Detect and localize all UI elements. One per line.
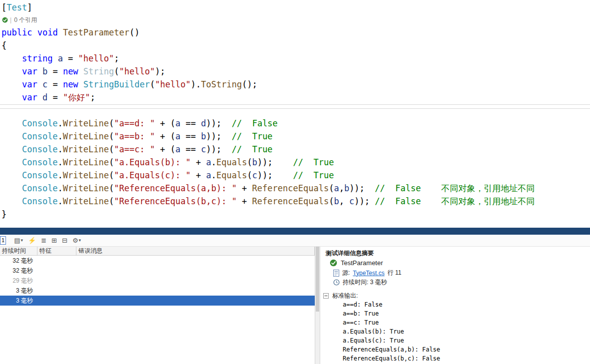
code-line[interactable]: Console.WriteLine("a.Equals(c): " + a.Eq… (0, 169, 590, 182)
column-header-error[interactable]: 错误消息 (76, 247, 315, 255)
code-line[interactable]: Console.WriteLine("a==c: " + (a == c)); … (0, 143, 590, 156)
code-line[interactable]: [Test] (0, 1, 590, 14)
code-token: string (22, 53, 52, 63)
code-token: } (1, 209, 6, 219)
code-editor[interactable]: [Test]|0 个引用public void TestParameter(){… (0, 0, 590, 228)
code-token: ( (109, 131, 114, 141)
code-token: + (191, 157, 206, 167)
source-row: 源: TypeTest.cs 行 11 (321, 268, 590, 278)
code-token: = (47, 92, 63, 102)
code-line[interactable]: string a = "hello"; (0, 52, 590, 65)
source-line: 行 11 (388, 269, 402, 277)
code-line[interactable]: Console.WriteLine("ReferenceEquals(b,c):… (0, 195, 590, 208)
cell-error (76, 276, 315, 286)
code-line[interactable]: { (0, 39, 590, 52)
code-line[interactable]: public void TestParameter() (0, 26, 590, 39)
test-name: TestParameter (341, 259, 383, 267)
code-token: ] (27, 2, 32, 12)
test-result-row[interactable]: 29 毫秒 (0, 276, 315, 286)
code-token: "a==d: " (114, 118, 155, 128)
code-token: = (47, 66, 63, 76)
pane-scrollbar[interactable] (315, 247, 320, 364)
code-line[interactable]: Console.WriteLine("a==b: " + (a == b)); … (0, 130, 590, 143)
code-token: WriteLine (63, 131, 109, 141)
test-passed-icon (330, 259, 337, 267)
code-token: { (1, 40, 6, 50)
panel-splitter-band[interactable] (0, 228, 590, 235)
code-line[interactable]: Console.WriteLine("ReferenceEquals(a,b):… (0, 182, 590, 195)
code-token: = (63, 53, 78, 63)
code-token: a (175, 118, 180, 128)
codelens-references[interactable]: |0 个引用 (0, 14, 590, 26)
code-token: == (180, 131, 201, 141)
code-line[interactable]: var d = "你好"; (0, 91, 590, 104)
code-token: "你好" (63, 92, 90, 102)
code-token: c (201, 144, 206, 154)
code-token: + ( (155, 144, 175, 154)
column-header-duration[interactable]: 持续时间 (0, 247, 37, 255)
test-result-row[interactable]: 3 毫秒 (0, 286, 315, 296)
code-token: Equals (216, 170, 247, 180)
stdout-header-row: 标准输出: (321, 291, 590, 300)
code-token: ); (155, 66, 165, 76)
code-token: ToString (201, 79, 242, 89)
cell-trait (37, 286, 76, 296)
cell-error (76, 286, 315, 296)
collapse-all-icon[interactable]: ⊟ (62, 237, 67, 244)
code-token: . (58, 118, 63, 128)
stdout-line: a==c: True (321, 318, 590, 327)
code-token: d (201, 118, 206, 128)
code-token (1, 118, 22, 128)
code-token: c (349, 196, 354, 206)
code-token: Console (22, 183, 58, 193)
code-token: ( (109, 144, 114, 154)
stdout-block: a==d: Falsea==b: Truea==c: Truea.Equals(… (321, 300, 590, 363)
run-icon[interactable]: ⚡ (28, 237, 36, 244)
test-result-row[interactable]: 32 毫秒 (0, 266, 315, 276)
source-link[interactable]: TypeTest.cs (353, 270, 384, 277)
code-line[interactable]: Console.WriteLine("a.Equals(b): " + a.Eq… (0, 156, 590, 169)
code-token: var (22, 79, 37, 89)
code-token: c (42, 79, 47, 89)
group-by-icon[interactable]: ≣ (41, 237, 46, 244)
code-token (37, 66, 42, 76)
results-list-icon[interactable]: ▤▾ (14, 237, 23, 244)
stdout-line: a==d: False (321, 300, 590, 309)
code-token: WriteLine (63, 183, 109, 193)
cell-error (76, 256, 315, 266)
code-token (1, 131, 22, 141)
code-token: . (58, 131, 63, 141)
code-line[interactable]: var c = new StringBuilder("hello").ToStr… (0, 78, 590, 91)
code-token: . (58, 196, 63, 206)
code-line[interactable]: } (0, 208, 590, 221)
collapsed-region-separator[interactable] (0, 104, 590, 117)
test-summary-row[interactable]: TestParameter (321, 257, 590, 268)
settings-icon[interactable]: ⚙▾ (72, 237, 81, 244)
code-token: a (175, 144, 180, 154)
code-token: void (37, 27, 58, 37)
code-token: ( (329, 183, 334, 193)
code-token: , (339, 183, 344, 193)
code-token: )); (206, 118, 232, 128)
test-result-row[interactable]: 3 毫秒 (0, 296, 315, 306)
code-token: "hello" (119, 66, 155, 76)
code-line[interactable]: Console.WriteLine("a==d: " + (a == d)); … (0, 117, 590, 130)
code-token (1, 53, 22, 63)
test-result-row[interactable]: 32 毫秒 (0, 256, 315, 266)
code-token: StringBuilder (83, 79, 150, 89)
code-token (1, 66, 22, 76)
test-results-grid: 持续时间 特征 错误消息 32 毫秒32 毫秒29 毫秒3 毫秒3 毫秒 (0, 247, 315, 364)
code-token: (); (242, 79, 257, 89)
code-token: // False 不同对象，引用地址不同 (375, 196, 535, 206)
code-token: ; (114, 53, 119, 63)
code-lines: [Test]|0 个引用public void TestParameter(){… (0, 1, 590, 221)
code-line[interactable]: var b = new String("hello"); (0, 65, 590, 78)
column-header-trait[interactable]: 特征 (37, 247, 76, 255)
code-token: + ( (155, 131, 175, 141)
test-details-pane: 测试详细信息摘要 TestParameter 源: TypeTest.cs 行 … (321, 247, 590, 364)
expand-all-icon[interactable]: ⊞ (51, 237, 57, 244)
code-token: ReferenceEquals (252, 183, 329, 193)
collapse-minus-icon[interactable] (323, 293, 329, 299)
scrollbar-thumb[interactable] (316, 247, 319, 312)
code-token (1, 79, 22, 89)
